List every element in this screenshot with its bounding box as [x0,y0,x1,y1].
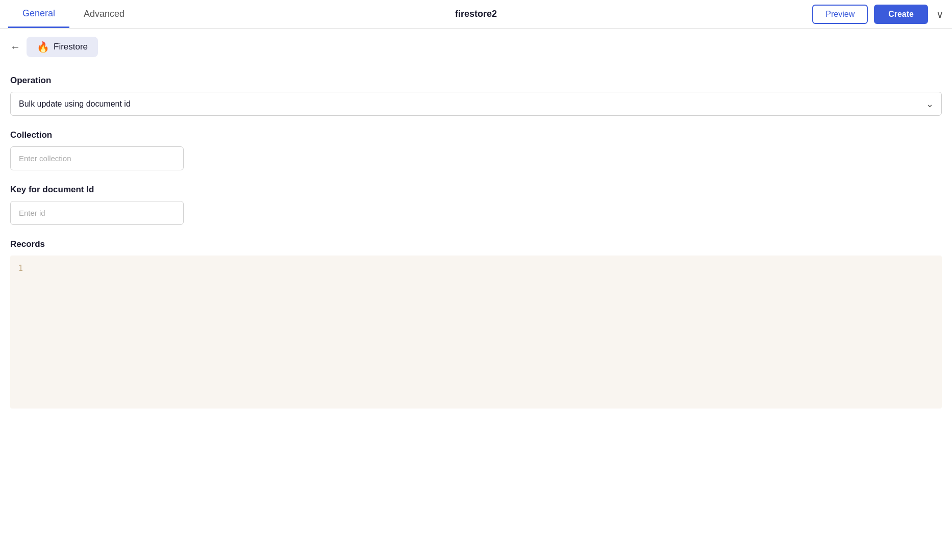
create-button[interactable]: Create [874,5,928,24]
collection-label: Collection [10,130,942,140]
chevron-down-icon[interactable]: ∨ [936,8,944,20]
key-input[interactable] [10,201,184,225]
back-arrow-icon[interactable]: ← [10,41,20,53]
records-label: Records [10,239,942,249]
key-label: Key for document Id [10,185,942,195]
records-editor-wrapper: 1 [10,256,942,411]
tab-bar: General Advanced firestore2 Preview Crea… [0,0,952,29]
operation-select[interactable]: Bulk update using document id Insert Upd… [10,92,942,116]
breadcrumb: ← 🔥 Firestore [0,29,952,65]
operation-label: Operation [10,75,942,86]
tab-advanced-label: Advanced [84,9,124,19]
tab-general-label: General [22,8,55,19]
line-number: 1 [18,264,23,273]
preview-button[interactable]: Preview [812,5,868,24]
firestore-label: Firestore [54,42,88,52]
header-actions: Preview Create ∨ [812,5,944,24]
page-title: firestore2 [455,9,497,19]
operation-select-wrapper: Bulk update using document id Insert Upd… [10,92,942,116]
collection-input[interactable] [10,146,184,170]
firestore-icon: 🔥 [37,41,49,53]
firestore-badge: 🔥 Firestore [27,37,98,57]
records-textarea[interactable] [10,256,942,409]
tab-general[interactable]: General [8,0,69,28]
main-content: Operation Bulk update using document id … [0,65,952,421]
tab-advanced[interactable]: Advanced [69,0,139,28]
